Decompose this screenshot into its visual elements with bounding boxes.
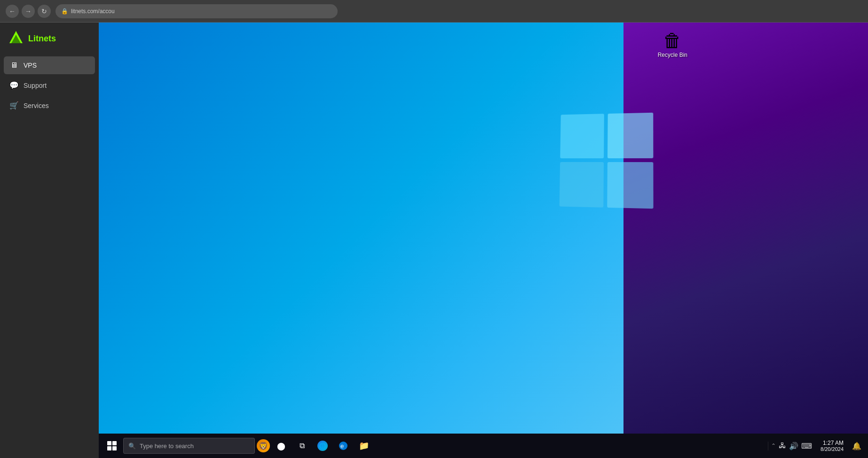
taskbar-search-icon: 🔍 — [128, 442, 136, 450]
main-area: Litnets 🖥 VPS 💬 Support 🛒 Services All S… — [0, 23, 868, 458]
sidebar-item-services[interactable]: 🛒 Services — [4, 96, 95, 115]
back-button[interactable]: ← — [6, 5, 19, 18]
sidebar-item-vps-label: VPS — [24, 62, 37, 69]
sidebar-item-vps[interactable]: 🖥 VPS — [4, 56, 95, 74]
sidebar: Litnets 🖥 VPS 💬 Support 🛒 Services — [0, 23, 99, 458]
windows-taskbar: 🔍 Type here to search 🦁 ⬤ ⧉ 🌐 — [99, 434, 868, 458]
notification-icon: 🔔 — [852, 442, 861, 450]
svg-text:e: e — [340, 442, 344, 450]
refresh-button[interactable]: ↻ — [38, 5, 51, 18]
clock-date: 8/20/2024 — [821, 446, 844, 452]
litnets-logo-icon — [8, 30, 24, 47]
notification-button[interactable]: 🔔 — [849, 438, 864, 453]
start-button[interactable] — [103, 436, 121, 455]
system-tray: ⌃ 🖧 🔊 ⌨ — [768, 442, 815, 450]
logo-area: Litnets — [0, 23, 99, 53]
address-bar[interactable]: 🔒 litnets.com/accou — [55, 4, 338, 18]
sidebar-item-support-label: Support — [24, 82, 47, 89]
lock-icon: 🔒 — [61, 8, 68, 15]
tray-expand-icon[interactable]: ⌃ — [771, 442, 776, 449]
vps-icon: 🖥 — [9, 61, 19, 70]
edge-app[interactable]: e — [334, 436, 353, 455]
support-icon: 💬 — [9, 81, 19, 90]
file-explorer-app[interactable]: 📁 — [355, 436, 373, 455]
taskbar-search-text: Type here to search — [140, 442, 194, 450]
clock-time: 1:27 AM — [823, 440, 844, 446]
services-icon: 🛒 — [9, 101, 19, 110]
nav-buttons: ← → ↻ — [6, 5, 51, 18]
recycle-bin-icon: 🗑 — [663, 31, 682, 50]
page-content: All Srv co in st On se — [99, 23, 868, 458]
brave-lion-icon: 🦁 — [259, 442, 268, 450]
windows-desktop[interactable]: 🗑 Recycle Bin — [99, 23, 868, 434]
windows-overlay: 🗑 Recycle Bin 🔍 T — [99, 23, 868, 458]
multitasking-button[interactable]: ⧉ — [292, 436, 311, 455]
sidebar-nav: 🖥 VPS 💬 Support 🛒 Services — [0, 53, 99, 118]
taskbar-apps: ⬤ ⧉ 🌐 e 📁 — [272, 436, 373, 455]
windows-logo-desktop — [559, 113, 653, 207]
forward-button[interactable]: → — [22, 5, 35, 18]
sidebar-item-services-label: Services — [24, 102, 49, 109]
url-text: litnets.com/accou — [71, 8, 115, 15]
taskbar-search[interactable]: 🔍 Type here to search — [123, 438, 255, 454]
browser-chrome: ← → ↻ 🔒 litnets.com/accou — [0, 0, 868, 23]
recycle-bin-label: Recycle Bin — [658, 52, 687, 58]
brave-icon[interactable]: 🦁 — [257, 439, 270, 452]
network-tray-icon[interactable]: 🖧 — [779, 442, 786, 450]
task-view-button[interactable]: ⬤ — [272, 436, 291, 455]
clock-area[interactable]: 1:27 AM 8/20/2024 — [817, 440, 847, 452]
start-icon — [107, 441, 117, 450]
sidebar-item-support[interactable]: 💬 Support — [4, 76, 95, 94]
desktop-right-decoration — [623, 23, 868, 434]
keyboard-tray-icon[interactable]: ⌨ — [801, 442, 812, 450]
logo-text: Litnets — [28, 34, 56, 44]
recycle-bin[interactable]: 🗑 Recycle Bin — [656, 29, 689, 60]
browser-app[interactable]: 🌐 — [313, 436, 332, 455]
speaker-tray-icon[interactable]: 🔊 — [789, 442, 798, 450]
